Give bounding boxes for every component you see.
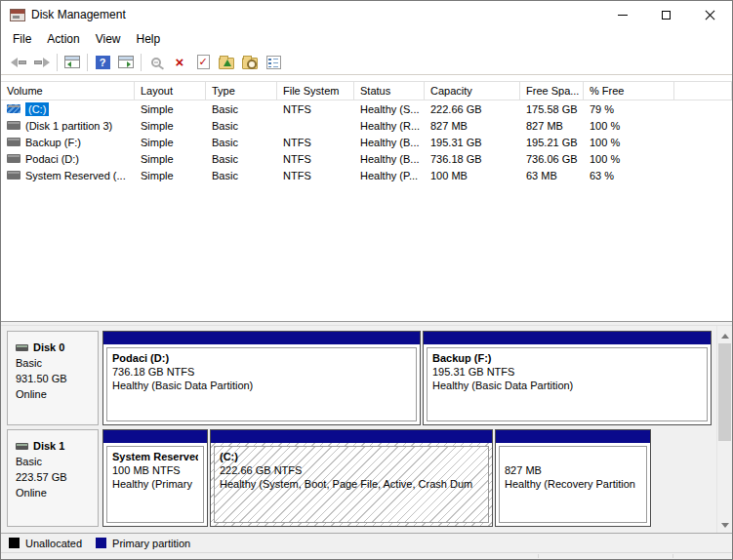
partition-name: Backup (F:) (432, 351, 702, 365)
status-value: Healthy (S... (354, 103, 425, 115)
volume-list: Volume Layout Type File System Status Ca… (1, 75, 732, 322)
layout-value: Simple (135, 103, 206, 115)
partition-status: Healthy (Primary (112, 477, 198, 491)
column-header-capacity[interactable]: Capacity (425, 82, 520, 100)
layout-value: Simple (135, 120, 206, 132)
table-row[interactable]: Podaci (D:) Simple Basic NTFS Healthy (B… (1, 150, 732, 167)
title-bar: Disk Management (1, 1, 732, 28)
checklist-icon (266, 56, 281, 69)
toolbar-separator (141, 54, 142, 71)
primary-partition-swatch-icon (96, 538, 106, 548)
unallocated-swatch-icon (9, 538, 20, 548)
fs-value: NTFS (277, 137, 354, 148)
volume-name: System Reserved (... (25, 170, 126, 181)
table-row[interactable]: (C:) Simple Basic NTFS Healthy (S... 222… (1, 100, 732, 117)
pct-free-value: 100 % (584, 137, 674, 148)
disk-0-row: Disk 0 Basic 931.50 GB Online Podaci (D:… (1, 331, 732, 425)
layout-value: Simple (135, 153, 206, 165)
partition-backup-f[interactable]: Backup (F:) 195.31 GB NTFS Healthy (Basi… (423, 331, 712, 425)
partition-color-bar (103, 430, 207, 443)
fs-value: NTFS (277, 103, 354, 115)
partition-c-selected[interactable]: (C:) 222.66 GB NTFS Healthy (System, Boo… (210, 429, 493, 527)
vertical-scrollbar[interactable] (716, 326, 732, 533)
toolbar-separator (87, 54, 88, 71)
partition-status: Healthy (System, Boot, Page File, Active… (220, 477, 483, 491)
status-divider (672, 554, 673, 558)
status-strip (1, 552, 732, 559)
partition-podaci-d[interactable]: Podaci (D:) 736.18 GB NTFS Healthy (Basi… (102, 331, 421, 425)
table-row[interactable]: System Reserved (... Simple Basic NTFS H… (1, 167, 732, 183)
menu-view[interactable]: View (88, 30, 129, 48)
disk-size: 223.57 GB (16, 469, 98, 485)
partition-recovery[interactable]: 827 MB Healthy (Recovery Partition (495, 429, 651, 527)
type-value: Basic (206, 137, 277, 148)
minimize-button[interactable] (600, 1, 644, 28)
volume-icon (7, 121, 20, 130)
partition-size: 736.18 GB NTFS (112, 365, 411, 379)
free-space-value: 63 MB (520, 170, 584, 181)
explore-button[interactable] (238, 52, 262, 73)
pct-free-value: 79 % (584, 103, 674, 115)
column-header-pct-free[interactable]: % Free (584, 82, 674, 100)
partition-color-bar (211, 430, 492, 443)
show-console-tree-button[interactable] (61, 52, 84, 73)
delete-volume-button[interactable]: × (168, 52, 191, 73)
partition-status: Healthy (Basic Data Partition) (112, 379, 411, 392)
column-header-file-system[interactable]: File System (277, 82, 354, 100)
partition-status: Healthy (Basic Data Partition) (432, 379, 702, 392)
table-row[interactable]: (Disk 1 partition 3) Simple Basic Health… (1, 117, 732, 134)
back-arrow-icon (11, 58, 26, 67)
volume-icon (7, 171, 20, 180)
properties-button[interactable] (262, 52, 285, 73)
status-value: Healthy (R... (354, 120, 425, 132)
check-document-icon: ✓ (197, 55, 210, 69)
type-value: Basic (206, 120, 277, 132)
disk-1-info[interactable]: Disk 1 Basic 223.57 GB Online (7, 429, 99, 527)
volume-name: Podaci (D:) (25, 153, 79, 165)
type-value: Basic (206, 103, 277, 115)
close-button[interactable] (688, 1, 732, 28)
column-header-free-space[interactable]: Free Spa... (520, 82, 584, 100)
partition-system-reserved[interactable]: System Reserved 100 MB NTFS Healthy (Pri… (102, 429, 208, 527)
disk-name: Disk 0 (33, 340, 64, 355)
menu-action[interactable]: Action (39, 30, 87, 48)
table-row[interactable]: Backup (F:) Simple Basic NTFS Healthy (B… (1, 134, 732, 150)
close-icon (705, 10, 715, 20)
free-space-value: 827 MB (520, 120, 584, 132)
disk-view-button[interactable] (144, 52, 168, 73)
minimize-icon (618, 15, 628, 16)
partition-color-bar (424, 332, 711, 344)
menu-file[interactable]: File (5, 30, 39, 48)
magnifier-disk-icon (151, 58, 161, 67)
legend-label: Primary partition (112, 538, 190, 549)
disk-icon (16, 443, 28, 450)
layout-value: Simple (135, 170, 206, 181)
show-action-pane-button[interactable] (114, 52, 138, 73)
menu-help[interactable]: Help (129, 30, 169, 48)
scroll-up-button[interactable] (717, 328, 732, 343)
scrollbar-thumb[interactable] (718, 343, 731, 441)
column-header-type[interactable]: Type (206, 82, 277, 100)
disk-0-info[interactable]: Disk 0 Basic 931.50 GB Online (7, 331, 99, 425)
capacity-value: 736.18 GB (425, 153, 520, 165)
partition-name (505, 450, 641, 463)
column-header-status[interactable]: Status (354, 82, 425, 100)
scroll-down-button[interactable] (717, 517, 732, 533)
status-value: Healthy (B... (354, 137, 425, 148)
partition-color-bar (103, 332, 420, 344)
disk-icon (16, 344, 28, 351)
help-icon: ? (96, 56, 110, 69)
mark-active-button[interactable]: ✓ (191, 52, 215, 73)
maximize-button[interactable] (644, 1, 688, 28)
disk-management-window: Disk Management File Action View Help ? … (0, 0, 733, 560)
disk-status: Online (16, 485, 98, 500)
forward-button[interactable] (30, 52, 54, 73)
free-space-value: 736.06 GB (520, 153, 584, 165)
help-button[interactable]: ? (91, 52, 114, 73)
column-header-layout[interactable]: Layout (135, 82, 206, 100)
column-header-volume[interactable]: Volume (1, 82, 135, 100)
window-title: Disk Management (31, 8, 126, 21)
back-button[interactable] (7, 52, 30, 73)
status-value: Healthy (P... (354, 170, 425, 181)
open-button[interactable] (215, 52, 238, 73)
